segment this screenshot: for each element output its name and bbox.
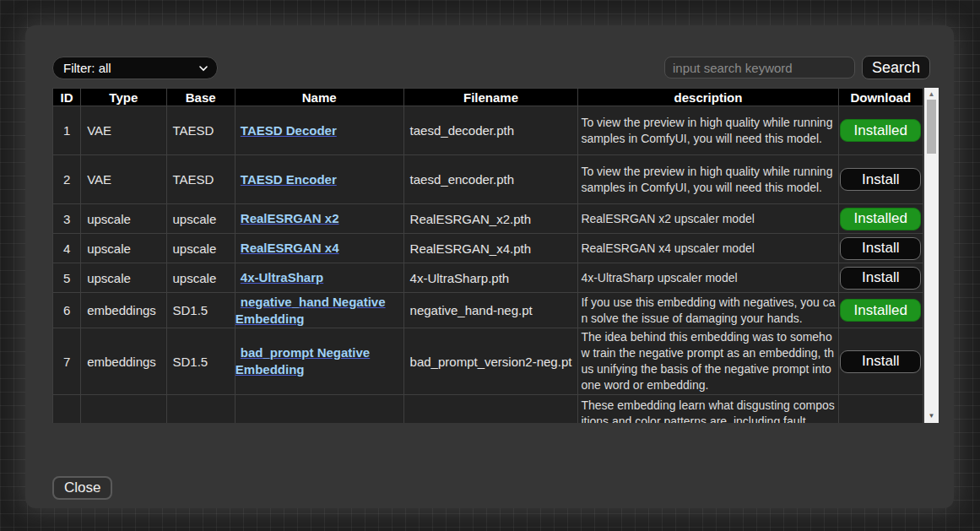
header-description: description — [578, 89, 838, 106]
header-download: Download — [838, 89, 923, 106]
installed-button: Installed — [840, 299, 921, 322]
header-name: Name — [235, 89, 403, 106]
cell-type: upscale — [81, 263, 166, 293]
cell-filename: taesd_decoder.pth — [403, 106, 578, 155]
table-row: 1VAETAESDTAESD Decodertaesd_decoder.pthT… — [53, 106, 923, 155]
header-base: Base — [166, 89, 235, 106]
header-filename: Filename — [403, 89, 578, 106]
cell-download: Installed — [838, 293, 923, 328]
cell-download: Installed — [838, 204, 923, 234]
install-button[interactable]: Install — [840, 267, 921, 290]
table-row: 6embeddingsSD1.5negative_hand Negative E… — [53, 293, 923, 328]
cell-type: upscale — [81, 234, 166, 263]
install-models-dialog: Filter: all Search ID Type Base N — [25, 25, 954, 508]
close-button[interactable]: Close — [52, 476, 112, 500]
table-row: 2VAETAESDTAESD Encodertaesd_encoder.pthT… — [53, 155, 923, 204]
cell-description: To view the preview in high quality whil… — [578, 155, 838, 204]
header-id: ID — [53, 89, 81, 106]
scrollbar-thumb[interactable] — [927, 100, 936, 154]
model-table-container: ID Type Base Name Filename description D… — [52, 88, 939, 423]
cell-base: upscale — [166, 204, 235, 234]
cell-id: 2 — [53, 155, 81, 204]
dialog-toolbar: Filter: all Search — [52, 56, 930, 79]
cell-base: SD1.5 — [166, 328, 235, 395]
cell-filename: 4x-UltraSharp.pth — [403, 263, 578, 293]
cell-description: These embedding learn what disgusting co… — [578, 395, 838, 424]
filter-select[interactable]: Filter: all — [52, 57, 218, 79]
cell-id: 1 — [53, 106, 81, 155]
model-name-link[interactable]: 4x-UltraSharp — [241, 270, 323, 284]
cell-filename: taesd_encoder.pth — [403, 155, 578, 204]
vertical-scrollbar[interactable]: ▲ ▼ — [924, 88, 939, 423]
cell-base: upscale — [166, 234, 235, 263]
search-button[interactable]: Search — [862, 56, 930, 79]
scroll-up-icon[interactable]: ▲ — [924, 89, 939, 100]
search-bar: Search — [664, 56, 930, 79]
cell-id: 7 — [53, 328, 81, 395]
cell-name: TAESD Encoder — [235, 155, 403, 204]
cell-base: TAESD — [166, 155, 235, 204]
model-name-link[interactable]: RealESRGAN x4 — [241, 241, 339, 255]
cell-base: SD1.5 — [166, 293, 235, 328]
cell-name: RealESRGAN x4 — [235, 234, 403, 263]
cell-download: Installed — [838, 106, 923, 155]
cell-id: 4 — [53, 234, 81, 263]
cell-download: Install — [838, 234, 923, 263]
cell-type: VAE — [81, 106, 166, 155]
cell-filename: negative_hand-neg.pt — [403, 293, 578, 328]
cell-download: Install — [838, 155, 923, 204]
cell-id — [53, 395, 81, 424]
cell-filename: bad_prompt_version2-neg.pt — [403, 328, 578, 395]
model-name-link[interactable]: TAESD Encoder — [241, 172, 337, 187]
cell-type: upscale — [81, 204, 166, 234]
header-type: Type — [81, 89, 166, 106]
cell-filename — [403, 395, 578, 424]
installed-button: Installed — [840, 119, 921, 142]
table-row: 4upscaleupscaleRealESRGAN x4RealESRGAN_x… — [53, 234, 923, 263]
model-name-link[interactable]: negative_hand Negative Embedding — [236, 295, 386, 326]
table-row: These embedding learn what disgusting co… — [53, 395, 923, 424]
cell-type: VAE — [81, 155, 166, 204]
cell-name: TAESD Decoder — [235, 106, 403, 155]
cell-id: 3 — [53, 204, 81, 234]
table-header-row: ID Type Base Name Filename description D… — [53, 89, 923, 106]
cell-download — [838, 395, 923, 424]
table-row: 7embeddingsSD1.5bad_prompt Negative Embe… — [53, 328, 923, 395]
cell-name: RealESRGAN x2 — [235, 204, 403, 234]
cell-description: RealESRGAN x2 upscaler model — [578, 204, 838, 234]
cell-name: bad_prompt Negative Embedding — [235, 328, 403, 395]
cell-description: To view the preview in high quality whil… — [578, 106, 838, 155]
model-name-link[interactable]: TAESD Decoder — [241, 123, 337, 138]
cell-name: 4x-UltraSharp — [235, 263, 403, 293]
cell-id: 6 — [53, 293, 81, 328]
cell-type: embeddings — [81, 328, 166, 395]
cell-filename: RealESRGAN_x4.pth — [403, 234, 578, 263]
installed-button: Installed — [840, 208, 921, 230]
cell-description: RealESRGAN x4 upscaler model — [578, 234, 838, 263]
install-button[interactable]: Install — [840, 168, 921, 191]
scroll-down-icon[interactable]: ▼ — [924, 411, 939, 421]
cell-type: embeddings — [81, 293, 166, 328]
model-name-link[interactable]: bad_prompt Negative Embedding — [236, 345, 370, 377]
cell-base — [166, 395, 235, 424]
cell-id: 5 — [53, 263, 81, 293]
search-input[interactable] — [664, 57, 855, 79]
install-button[interactable]: Install — [840, 350, 921, 373]
table-row: 5upscaleupscale4x-UltraSharp4x-UltraShar… — [53, 263, 923, 293]
model-name-link[interactable]: RealESRGAN x2 — [241, 211, 339, 225]
install-button[interactable]: Install — [840, 237, 921, 260]
cell-name: negative_hand Negative Embedding — [235, 293, 403, 328]
cell-download: Install — [838, 263, 923, 293]
cell-description: The idea behind this embedding was to so… — [578, 328, 838, 395]
cell-base: TAESD — [166, 106, 235, 155]
cell-type — [81, 395, 166, 424]
filter-select-wrap: Filter: all — [52, 57, 218, 79]
cell-download: Install — [838, 328, 923, 395]
cell-base: upscale — [166, 263, 235, 293]
cell-description: If you use this embedding with negatives… — [578, 293, 838, 328]
cell-description: 4x-UltraSharp upscaler model — [578, 263, 838, 293]
model-table: ID Type Base Name Filename description D… — [52, 88, 923, 423]
cell-name — [235, 395, 403, 424]
table-row: 3upscaleupscaleRealESRGAN x2RealESRGAN_x… — [53, 204, 923, 234]
cell-filename: RealESRGAN_x2.pth — [403, 204, 578, 234]
